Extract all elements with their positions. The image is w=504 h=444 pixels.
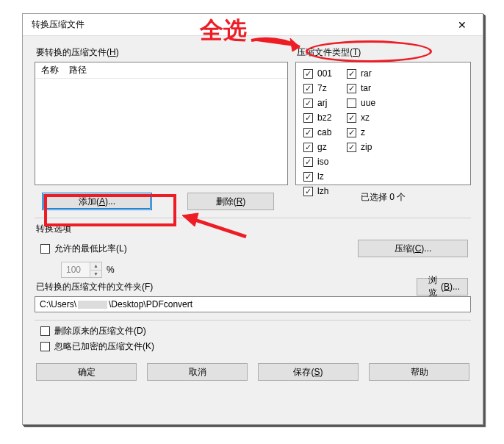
archive-types-box: ✓001✓7z✓arj✓bz2✓cab✓gz✓iso✓lz✓lzh✓rar✓ta… [295,62,471,185]
spinner-down-icon: ▼ [90,271,101,278]
archive-types-label: 压缩文件类型(T) [297,46,471,59]
type-label: arj [317,98,327,108]
type-label: 7z [317,83,327,93]
dialog-title: 转换压缩文件 [32,18,84,31]
min-ratio-checkbox[interactable]: ✓ 允许的最低比率(L) [40,242,127,255]
type-label: rar [361,68,372,79]
type-label: lzh [317,186,328,196]
type-checkbox-bz2[interactable]: ✓bz2 [303,111,332,124]
col-name: 名称 [41,64,59,76]
checkbox-icon: ✓ [303,113,313,123]
checkbox-icon: ✓ [347,128,356,137]
type-label: tar [361,83,371,93]
checkbox-icon: ✓ [347,99,356,108]
ignore-encrypted-checkbox[interactable]: ✓ 忽略已加密的压缩文件(K) [40,340,471,353]
titlebar: 转换压缩文件 ✕ [23,14,483,36]
type-checkbox-zip[interactable]: ✓zip [347,140,375,154]
spinner-buttons[interactable]: ▲ ▼ [90,262,101,277]
delete-button[interactable]: 删除(R) [187,193,274,210]
type-label: iso [317,157,328,167]
type-checkbox-iso[interactable]: ✓iso [303,155,332,168]
type-label: cab [317,127,331,137]
type-checkbox-7z[interactable]: ✓7z [303,82,332,95]
ratio-spinner[interactable]: 100 ▲ ▼ % [61,262,471,278]
col-path: 路径 [69,64,87,76]
checkbox-icon: ✓ [347,84,356,93]
type-label: 001 [317,68,332,79]
type-checkbox-arj[interactable]: ✓arj [303,96,332,110]
cancel-button[interactable]: 取消 [147,363,248,381]
output-folder-input[interactable]: C:\Users\\Desktop\PDFconvert [35,296,471,312]
type-checkbox-lzh[interactable]: ✓lzh [303,185,332,198]
output-folder-label: 已转换的压缩文件的文件夹(F) [36,281,471,293]
checkbox-icon: ✓ [303,69,313,79]
add-button[interactable]: 添加(A)... [42,193,152,210]
delete-original-checkbox[interactable]: ✓ 删除原来的压缩文件(D) [40,325,471,337]
files-to-convert-label: 要转换的压缩文件(H) [36,46,288,59]
checkbox-icon: ✓ [303,84,313,93]
options-title: 转换选项 [36,223,471,235]
type-checkbox-gz[interactable]: ✓gz [303,140,332,154]
checkbox-icon: ✓ [347,143,356,152]
checkbox-icon: ✓ [303,157,313,167]
type-label: lz [317,171,324,182]
type-label: gz [317,142,327,152]
percent-label: % [107,265,115,275]
type-checkbox-xz[interactable]: ✓xz [347,111,375,124]
checkbox-icon: ✓ [303,128,313,137]
redacted-username [78,301,107,309]
type-checkbox-uue[interactable]: ✓uue [347,96,375,110]
checkbox-icon: ✓ [303,143,313,152]
files-listbox[interactable]: 名称 路径 [35,62,288,185]
type-checkbox-lz[interactable]: ✓lz [303,170,332,183]
type-label: bz2 [317,112,331,123]
type-checkbox-rar[interactable]: ✓rar [347,67,375,80]
type-checkbox-z[interactable]: ✓z [347,126,375,139]
save-button[interactable]: 保存(S) [258,363,359,381]
checkbox-icon: ✓ [347,69,356,79]
type-checkbox-cab[interactable]: ✓cab [303,126,332,139]
ok-button[interactable]: 确定 [36,363,137,381]
type-checkbox-001[interactable]: ✓001 [303,67,332,80]
spinner-up-icon: ▲ [90,262,101,271]
type-label: z [361,127,365,137]
checkbox-icon: ✓ [347,113,356,123]
close-icon[interactable]: ✕ [447,15,477,35]
listbox-header: 名称 路径 [35,62,287,79]
type-label: uue [361,98,375,108]
type-label: zip [361,142,372,152]
type-label: xz [361,112,370,123]
help-button[interactable]: 帮助 [369,363,469,381]
checkbox-icon: ✓ [303,172,313,182]
checkbox-icon: ✓ [303,187,313,196]
type-checkbox-tar[interactable]: ✓tar [347,82,375,95]
convert-archives-dialog: 转换压缩文件 ✕ 要转换的压缩文件(H) 名称 路径 [22,13,483,425]
browse-button[interactable]: 浏览(B)... [417,278,468,296]
checkbox-icon: ✓ [303,99,313,108]
compression-button[interactable]: 压缩(C)... [358,240,468,257]
